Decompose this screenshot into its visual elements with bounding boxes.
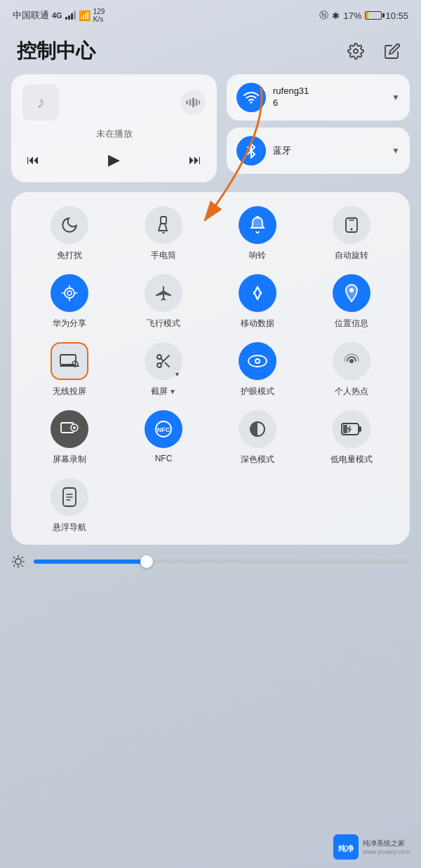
- battery-percent: 17%: [343, 11, 361, 21]
- svg-text:纯净: 纯净: [338, 844, 354, 853]
- control-hotspot[interactable]: 个人热点: [305, 342, 399, 398]
- floatnav-icon-circle: [51, 478, 88, 516]
- status-right: Ⓝ ✱ 17% 10:55: [319, 9, 408, 22]
- dnd-icon-circle: [51, 206, 88, 244]
- wifi-bt-panel: rufeng316 ▼ 蓝牙 ▼: [227, 74, 410, 182]
- moon-icon: [60, 216, 79, 234]
- mobiledata-icon-circle: [239, 274, 276, 312]
- bt-info: 蓝牙: [273, 145, 385, 157]
- sun-icon: [11, 555, 25, 569]
- bluetooth-toggle[interactable]: [236, 136, 266, 165]
- location-label: 位置信息: [335, 318, 368, 330]
- battery-low-icon: [341, 421, 362, 437]
- hotspot-icon: [342, 352, 361, 370]
- network-type: 4G: [52, 11, 62, 20]
- svg-rect-4: [199, 100, 200, 104]
- settings-button[interactable]: [344, 39, 368, 63]
- eye-icon: [248, 354, 267, 368]
- dnd-label: 免打扰: [57, 250, 82, 262]
- control-mobiledata[interactable]: 移动数据: [210, 274, 305, 330]
- bt-label: 蓝牙: [273, 145, 385, 157]
- play-button[interactable]: ▶: [102, 147, 127, 172]
- nav-icon: [61, 487, 78, 507]
- scissors-icon: [155, 353, 172, 369]
- wifi-toggle[interactable]: [236, 83, 266, 112]
- edit-icon: [384, 43, 401, 60]
- wifi-network-name: rufeng316: [273, 86, 385, 109]
- wireless-cast-icon: [60, 353, 79, 369]
- control-lowpower[interactable]: 低电量模式: [305, 410, 399, 466]
- svg-point-11: [65, 288, 74, 298]
- control-location[interactable]: 位置信息: [305, 274, 399, 330]
- watermark-logo: 纯净: [333, 834, 359, 860]
- watermark-line1: 纯净系统之家: [363, 839, 410, 848]
- dropdown-arrow-small: ▼: [174, 371, 180, 378]
- wifi-network-info: rufeng316: [273, 86, 385, 109]
- svg-point-10: [351, 229, 353, 231]
- screenshot-icon-circle: ▼: [145, 342, 182, 380]
- nfc-status-icon: Ⓝ: [319, 9, 328, 22]
- music-top: ♪: [22, 84, 206, 121]
- controls-grid: 免打扰 手电筒: [22, 206, 399, 534]
- torch-icon: [156, 215, 171, 235]
- control-wireless[interactable]: 无线投屏: [22, 342, 116, 398]
- nfc-label: NFC: [155, 454, 173, 463]
- wifi-card[interactable]: rufeng316 ▼: [227, 74, 410, 121]
- signal-bars: [65, 11, 76, 20]
- carrier-label: 中国联通: [13, 9, 49, 22]
- next-button[interactable]: ⏭: [189, 153, 201, 168]
- control-ring[interactable]: 响铃: [210, 206, 305, 262]
- mobiledata-label: 移动数据: [241, 318, 274, 330]
- control-eyeprotect[interactable]: 护眼模式: [210, 342, 305, 398]
- darkmode-icon: [248, 420, 267, 438]
- screenrecord-icon-circle: [51, 410, 88, 448]
- brightness-thumb[interactable]: [140, 555, 153, 568]
- svg-rect-30: [343, 425, 347, 433]
- control-rotate[interactable]: 自动旋转: [305, 206, 399, 262]
- control-nfc[interactable]: NFC NFC: [116, 410, 210, 466]
- svg-rect-29: [359, 426, 361, 432]
- svg-point-12: [67, 291, 72, 295]
- torch-icon-circle: [145, 206, 182, 244]
- screenshot-dropdown[interactable]: ▼: [169, 388, 176, 395]
- control-floatnav[interactable]: 悬浮导航: [22, 478, 116, 534]
- control-airplane[interactable]: 飞行模式: [116, 274, 210, 330]
- rotate-label: 自动旋转: [335, 250, 368, 262]
- control-share[interactable]: 华为分享: [22, 274, 116, 330]
- brightness-slider[interactable]: [34, 560, 410, 564]
- torch-label: 手电筒: [151, 250, 176, 262]
- status-bar: 中国联通 4G 📶 129K/s Ⓝ ✱ 17% 10:55: [0, 0, 421, 31]
- brightness-fill: [34, 560, 147, 564]
- edit-button[interactable]: [380, 39, 404, 63]
- bt-dropdown-arrow[interactable]: ▼: [392, 146, 400, 156]
- music-status: 未在播放: [22, 128, 206, 140]
- waveform-icon: [186, 97, 200, 107]
- wifi-dropdown-arrow[interactable]: ▼: [392, 93, 400, 102]
- hotspot-label: 个人热点: [335, 386, 368, 398]
- control-screenrecord[interactable]: 屏幕录制: [22, 410, 116, 466]
- control-darkmode[interactable]: 深色模式: [210, 410, 305, 466]
- svg-point-21: [349, 359, 354, 363]
- battery-fill: [366, 12, 368, 19]
- lowpower-icon-circle: [333, 410, 370, 448]
- share-label: 华为分享: [53, 318, 86, 330]
- control-dnd[interactable]: 免打扰: [22, 206, 116, 262]
- svg-text:NFC: NFC: [157, 426, 171, 433]
- top-row: ♪ 未在播放 ⏮ ▶ ⏭: [11, 74, 410, 182]
- page-title: 控制中心: [17, 38, 95, 65]
- control-torch[interactable]: 手电筒: [116, 206, 210, 262]
- waveform-button[interactable]: [180, 90, 206, 115]
- bluetooth-card[interactable]: 蓝牙 ▼: [227, 128, 410, 174]
- prev-button[interactable]: ⏮: [27, 153, 39, 168]
- wireless-label: 无线投屏: [53, 386, 86, 398]
- music-panel: ♪ 未在播放 ⏮ ▶ ⏭: [11, 74, 217, 182]
- clock: 10:55: [385, 11, 408, 21]
- svg-point-32: [15, 559, 21, 564]
- svg-rect-2: [192, 97, 194, 107]
- gear-icon: [347, 43, 364, 60]
- svg-rect-3: [196, 99, 198, 106]
- control-screenshot[interactable]: ▼ 截屏 ▼: [116, 342, 210, 398]
- svg-rect-14: [60, 355, 76, 365]
- location-icon-circle: [333, 274, 370, 312]
- screenrecord-icon: [60, 421, 79, 437]
